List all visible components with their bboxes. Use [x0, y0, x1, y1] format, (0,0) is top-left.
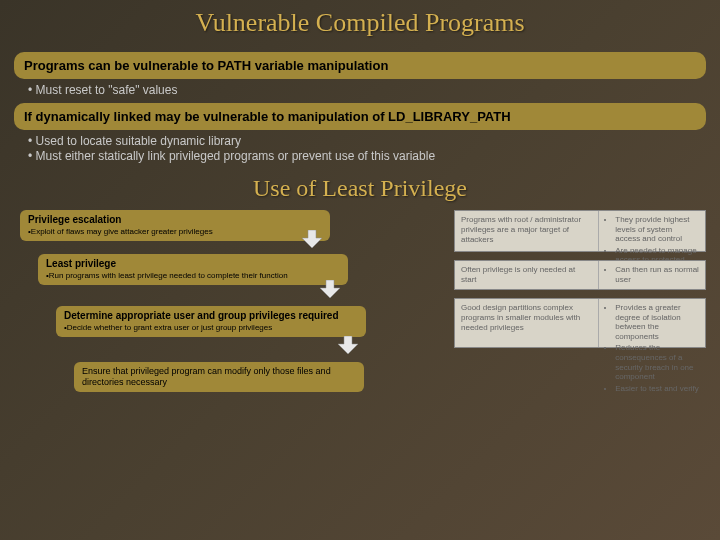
- step-ensure-modify: Ensure that privileged program can modif…: [74, 362, 364, 392]
- box-head: Programs can be vulnerable to PATH varia…: [24, 58, 696, 73]
- arrow-down-icon: [302, 230, 322, 248]
- side-right-item: They provide highest levels of system ac…: [615, 215, 699, 244]
- box-head: If dynamically linked may be vulnerable …: [24, 109, 696, 124]
- lower-section: Privilege escalation •Exploit of flaws m…: [0, 210, 720, 450]
- step-privilege-escalation: Privilege escalation •Exploit of flaws m…: [20, 210, 330, 241]
- side-left-text: Good design partitions complex programs …: [455, 299, 599, 347]
- arrow-down-icon: [338, 336, 358, 354]
- side-right-list: Can then run as normal user: [599, 261, 705, 289]
- arrow-down-icon: [320, 280, 340, 298]
- side-left-text: Programs with root / administrator privi…: [455, 211, 599, 251]
- side-right-item: Easier to test and verify: [615, 384, 699, 394]
- side-box-only-start: Often privilege is only needed at start …: [454, 260, 706, 290]
- step-title: Privilege escalation: [28, 214, 322, 225]
- box-ldlibrary: If dynamically linked may be vulnerable …: [14, 103, 706, 130]
- step-text: •Decide whether to grant extra user or j…: [64, 323, 358, 333]
- step-text: •Run programs with least privilege neede…: [46, 271, 340, 281]
- step-text: Ensure that privileged program can modif…: [82, 366, 356, 388]
- step-title: Least privilege: [46, 258, 340, 269]
- side-left-text: Often privilege is only needed at start: [455, 261, 599, 289]
- section-title: Use of Least Privilege: [0, 169, 720, 210]
- bullets-ldlibrary: Used to locate suitable dynamic library …: [28, 134, 706, 163]
- step-text: •Exploit of flaws may give attacker grea…: [28, 227, 322, 237]
- side-right-list: Provides a greater degree of isolation b…: [599, 299, 705, 347]
- side-right-list: They provide highest levels of system ac…: [599, 211, 705, 251]
- bullet-item: Must either statically link privileged p…: [28, 149, 706, 163]
- side-right-item: Reduces the consequences of a security b…: [615, 343, 699, 381]
- side-right-item: Can then run as normal user: [615, 265, 699, 284]
- step-determine-privileges: Determine appropriate user and group pri…: [56, 306, 366, 337]
- bullet-item: Must reset to "safe" values: [28, 83, 706, 97]
- bullet-item: Used to locate suitable dynamic library: [28, 134, 706, 148]
- step-least-privilege: Least privilege •Run programs with least…: [38, 254, 348, 285]
- main-title: Vulnerable Compiled Programs: [0, 0, 720, 48]
- step-title: Determine appropriate user and group pri…: [64, 310, 358, 321]
- side-right-item: Provides a greater degree of isolation b…: [615, 303, 699, 341]
- side-box-root-target: Programs with root / administrator privi…: [454, 210, 706, 252]
- bullets-path: Must reset to "safe" values: [28, 83, 706, 97]
- side-box-good-design: Good design partitions complex programs …: [454, 298, 706, 348]
- box-path-manipulation: Programs can be vulnerable to PATH varia…: [14, 52, 706, 79]
